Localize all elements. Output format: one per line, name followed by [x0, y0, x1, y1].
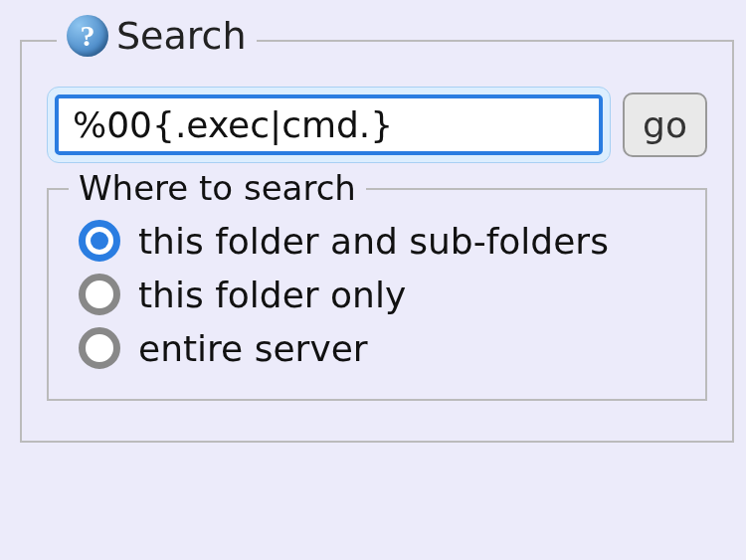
search-title: Search: [116, 14, 247, 58]
radio-icon: [79, 327, 120, 369]
search-row: go: [47, 87, 707, 163]
radio-label: this folder only: [138, 275, 406, 315]
radio-this-folder-only[interactable]: this folder only: [79, 274, 685, 315]
radio-icon: [79, 274, 120, 315]
radio-label: entire server: [138, 328, 368, 369]
where-radio-group: this folder and sub-folders this folder …: [79, 220, 685, 369]
radio-this-folder-and-subfolders[interactable]: this folder and sub-folders: [79, 220, 685, 262]
search-input[interactable]: [55, 94, 603, 155]
radio-label: this folder and sub-folders: [138, 221, 609, 262]
search-input-wrap: [47, 87, 611, 163]
where-to-search-panel: Where to search this folder and sub-fold…: [47, 188, 707, 401]
search-legend: ? Search: [57, 14, 257, 58]
help-icon[interactable]: ?: [67, 15, 108, 57]
where-to-search-legend: Where to search: [69, 168, 366, 208]
search-panel: ? Search go Where to search this folder …: [20, 40, 734, 443]
radio-icon: [79, 220, 120, 262]
go-button[interactable]: go: [623, 93, 707, 157]
radio-entire-server[interactable]: entire server: [79, 327, 685, 369]
